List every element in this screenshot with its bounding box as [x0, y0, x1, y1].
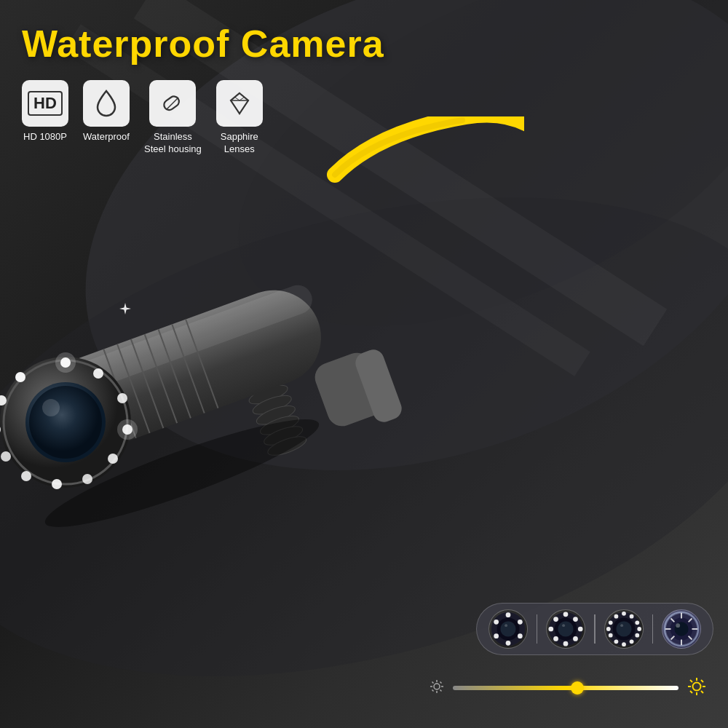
svg-point-72	[573, 636, 578, 641]
svg-point-47	[55, 352, 76, 373]
sapphire-label: SapphireLenses	[221, 131, 258, 156]
svg-point-73	[563, 641, 569, 646]
svg-line-124	[701, 680, 703, 682]
svg-line-115	[440, 681, 442, 683]
sapphire-icon	[226, 90, 253, 116]
waterproof-label: Waterproof	[83, 131, 130, 143]
svg-point-81	[622, 612, 626, 616]
svg-line-116	[432, 689, 434, 691]
hd-icon-box: HD	[22, 80, 68, 127]
svg-line-123	[701, 691, 703, 693]
feature-sapphire: SapphireLenses	[216, 80, 263, 156]
svg-point-68	[558, 621, 573, 636]
svg-point-48	[117, 419, 138, 440]
hd-label: HD 1080P	[23, 131, 67, 143]
divider-2	[594, 614, 596, 644]
svg-point-91	[608, 620, 612, 625]
svg-point-88	[614, 639, 618, 644]
water-drop-icon	[95, 90, 118, 117]
sapphire-icon-box	[216, 80, 263, 127]
led-variant-2[interactable]	[546, 609, 585, 649]
svg-point-75	[548, 627, 553, 632]
svg-point-83	[635, 620, 639, 625]
svg-point-58	[500, 621, 515, 636]
svg-point-87	[622, 642, 626, 646]
brightness-track[interactable]	[453, 686, 678, 690]
svg-point-37	[117, 393, 127, 403]
led-variant-4[interactable]	[662, 609, 701, 649]
svg-rect-5	[162, 95, 181, 112]
divider-3	[652, 614, 654, 644]
svg-point-60	[518, 620, 523, 625]
svg-line-114	[440, 689, 442, 691]
svg-point-53	[42, 399, 60, 416]
svg-point-93	[620, 624, 623, 627]
svg-point-85	[635, 633, 639, 638]
svg-point-65	[505, 624, 507, 627]
brightness-thumb[interactable]	[571, 681, 584, 695]
svg-line-125	[690, 691, 692, 693]
svg-point-46	[15, 372, 25, 382]
svg-point-42	[21, 471, 31, 481]
svg-point-74	[553, 636, 558, 641]
svg-point-89	[608, 633, 612, 638]
brightness-max-icon	[687, 677, 706, 699]
feature-waterproof: Waterproof	[83, 80, 130, 156]
svg-point-82	[629, 614, 633, 619]
camera-illustration	[0, 116, 524, 626]
svg-point-92	[614, 614, 618, 619]
svg-point-36	[93, 368, 103, 379]
led-variant-1[interactable]	[488, 609, 528, 649]
svg-marker-49	[119, 303, 131, 314]
stainless-label: StainlessSteel housing	[144, 131, 202, 156]
page-title: Waterproof Camera	[22, 22, 384, 66]
led-variant-3[interactable]	[604, 609, 644, 649]
svg-point-70	[573, 617, 578, 622]
brightness-min-icon	[430, 679, 444, 697]
stainless-icon-box	[149, 80, 196, 127]
divider-1	[537, 614, 538, 644]
svg-point-43	[1, 451, 11, 462]
svg-point-76	[553, 617, 558, 622]
svg-point-69	[563, 612, 569, 617]
brightness-control	[430, 677, 706, 699]
svg-point-52	[29, 386, 102, 459]
svg-point-63	[494, 633, 499, 638]
feature-hd: HD HD 1080P	[22, 80, 68, 156]
stainless-icon	[159, 90, 186, 116]
svg-point-86	[629, 639, 633, 644]
features-row: HD HD 1080P Waterproof StainlessSte	[22, 80, 263, 156]
svg-point-41	[52, 479, 62, 489]
svg-point-77	[562, 624, 565, 627]
svg-point-117	[693, 683, 701, 691]
waterproof-icon-box	[83, 80, 130, 127]
svg-point-107	[676, 623, 680, 628]
svg-point-62	[505, 641, 510, 646]
svg-point-40	[82, 474, 92, 484]
svg-point-80	[616, 621, 631, 636]
svg-line-122	[690, 680, 692, 682]
led-variants-panel	[476, 603, 714, 655]
svg-marker-7	[231, 93, 248, 114]
svg-point-108	[434, 684, 440, 689]
svg-point-39	[108, 454, 118, 464]
hd-icon: HD	[28, 91, 63, 116]
svg-point-61	[518, 633, 523, 638]
svg-point-84	[637, 627, 641, 631]
svg-line-113	[432, 681, 434, 683]
svg-point-64	[494, 620, 499, 625]
main-container: Waterproof Camera HD HD 1080P Waterproof	[0, 0, 728, 728]
feature-stainless: StainlessSteel housing	[144, 80, 202, 156]
svg-point-90	[606, 627, 610, 631]
svg-point-59	[505, 612, 510, 617]
svg-point-71	[578, 627, 583, 632]
